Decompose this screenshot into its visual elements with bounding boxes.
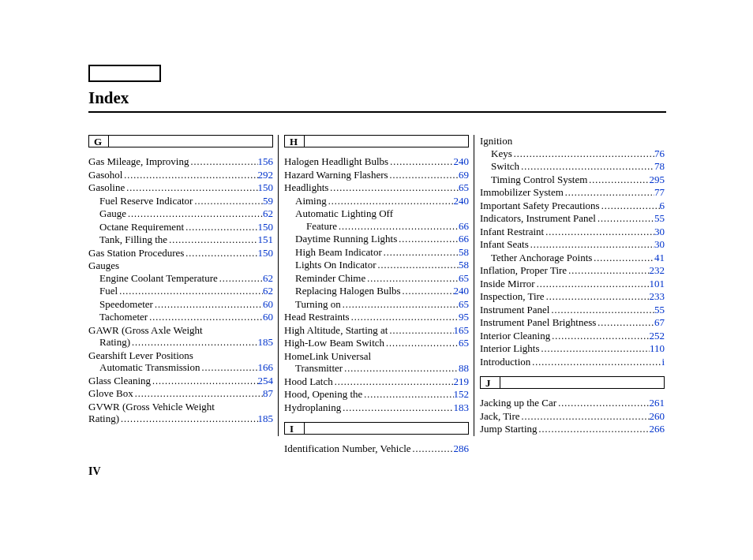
page-number-footer: IV bbox=[88, 465, 101, 478]
page-link[interactable]: 30 bbox=[654, 238, 665, 251]
page-link[interactable]: 232 bbox=[650, 264, 665, 277]
page-link[interactable]: 156 bbox=[258, 155, 274, 168]
page-link[interactable]: 295 bbox=[650, 174, 665, 186]
page-link[interactable]: 185 bbox=[258, 336, 274, 349]
index-entry: Interior Cleaning252 bbox=[480, 330, 665, 343]
leader-dots bbox=[382, 247, 459, 259]
page-link[interactable]: 252 bbox=[650, 330, 665, 342]
page-link[interactable]: 76 bbox=[654, 147, 665, 160]
index-entry-label: High-Low Beam Switch bbox=[284, 337, 384, 349]
page-link[interactable]: 60 bbox=[263, 311, 273, 323]
index-entry: Switch78 bbox=[480, 160, 665, 174]
index-entry: Gasohol292 bbox=[88, 169, 273, 182]
page-link[interactable]: 185 bbox=[258, 413, 274, 425]
page-link[interactable]: 292 bbox=[258, 169, 274, 181]
leader-dots bbox=[539, 343, 650, 356]
leader-dots bbox=[535, 278, 650, 291]
page-link[interactable]: 150 bbox=[258, 221, 274, 233]
index-entry-label: Infant Restraint bbox=[480, 226, 544, 238]
index-entry-label: Glove Box bbox=[88, 387, 133, 400]
page-link[interactable]: 66 bbox=[459, 233, 469, 245]
page-link[interactable]: 59 bbox=[263, 195, 273, 207]
index-entry: Rating)185 bbox=[88, 336, 273, 349]
leader-dots bbox=[200, 362, 258, 375]
page-link[interactable]: 30 bbox=[654, 226, 665, 238]
page-link[interactable]: 60 bbox=[263, 298, 273, 311]
page-link[interactable]: 150 bbox=[258, 181, 274, 194]
index-entry: Jacking up the Car261 bbox=[480, 397, 665, 410]
index-entry: Octane Requirement150 bbox=[88, 221, 273, 234]
leader-dots bbox=[133, 388, 263, 401]
page-link[interactable]: 165 bbox=[454, 324, 470, 337]
page-content: Index GGas Mileage, Improving156Gasohol2… bbox=[88, 65, 666, 456]
page-link[interactable]: 233 bbox=[650, 290, 665, 303]
index-entry: Fuel Reserve Indicator59 bbox=[88, 195, 273, 208]
leader-dots bbox=[587, 174, 649, 187]
page-link[interactable]: 240 bbox=[454, 195, 470, 207]
index-entry-label: Reminder Chime bbox=[295, 272, 365, 285]
page-title: Index bbox=[88, 88, 666, 108]
page-link[interactable]: 65 bbox=[459, 337, 469, 349]
page-link[interactable]: 95 bbox=[459, 311, 469, 323]
page-link[interactable]: i bbox=[661, 356, 665, 368]
index-entry-label: Daytime Running Lights bbox=[295, 233, 397, 245]
page-link[interactable]: 240 bbox=[454, 155, 470, 168]
page-link[interactable]: 150 bbox=[258, 247, 274, 259]
letter-heading-j: J bbox=[480, 376, 665, 389]
leader-dots bbox=[328, 182, 459, 195]
leader-dots bbox=[550, 330, 649, 343]
page-link[interactable]: 261 bbox=[650, 397, 665, 409]
index-entry-label: Timing Control System bbox=[491, 174, 587, 186]
leader-dots bbox=[388, 170, 459, 182]
index-entry: Head Restraints95 bbox=[284, 311, 469, 324]
index-entry-label: Automatic Transmission bbox=[99, 361, 200, 374]
page-link[interactable]: 62 bbox=[263, 272, 273, 285]
page-link[interactable]: 65 bbox=[459, 181, 469, 194]
index-entry-label: Turning on bbox=[295, 298, 341, 311]
index-entry-label: Gauge bbox=[99, 207, 126, 220]
page-link[interactable]: 152 bbox=[454, 388, 470, 401]
page-link[interactable]: 101 bbox=[650, 278, 665, 290]
page-link[interactable]: 67 bbox=[654, 316, 665, 329]
leader-dots bbox=[118, 286, 263, 298]
page-link[interactable]: 260 bbox=[650, 410, 665, 423]
page-link[interactable]: 88 bbox=[459, 362, 469, 375]
page-link[interactable]: 58 bbox=[459, 246, 469, 259]
page-link[interactable]: 55 bbox=[654, 212, 665, 225]
page-link[interactable]: 78 bbox=[654, 160, 665, 173]
page-link[interactable]: 62 bbox=[263, 207, 273, 220]
index-entry-label: Hood, Opening the bbox=[284, 388, 362, 401]
index-entry-label: High Beam Indicator bbox=[295, 246, 382, 259]
page-link[interactable]: 58 bbox=[459, 259, 469, 271]
index-entry-label: Switch bbox=[491, 160, 519, 173]
index-entry-label: GVWR (Gross Vehicle Weight bbox=[88, 401, 215, 413]
leader-dots bbox=[218, 273, 263, 286]
page-link[interactable]: 151 bbox=[258, 233, 274, 246]
page-link[interactable]: 41 bbox=[654, 252, 665, 264]
page-link[interactable]: 62 bbox=[263, 285, 273, 297]
page-link[interactable]: 183 bbox=[454, 401, 470, 414]
page-link[interactable]: 254 bbox=[258, 375, 274, 387]
page-link[interactable]: 110 bbox=[650, 342, 665, 355]
page-link[interactable]: 55 bbox=[654, 304, 665, 316]
leader-dots bbox=[337, 221, 459, 233]
page-link[interactable]: 286 bbox=[454, 442, 470, 455]
page-link[interactable]: 77 bbox=[654, 186, 665, 199]
page-link[interactable]: 87 bbox=[263, 387, 273, 400]
page-link[interactable]: 66 bbox=[459, 220, 469, 233]
page-link[interactable]: 6 bbox=[660, 200, 665, 212]
page-link[interactable]: 240 bbox=[454, 285, 470, 297]
leader-dots bbox=[153, 299, 263, 312]
page-link[interactable]: 65 bbox=[459, 272, 469, 285]
leader-dots bbox=[544, 226, 654, 239]
page-link[interactable]: 219 bbox=[454, 375, 470, 388]
leader-dots bbox=[564, 187, 654, 200]
page-link[interactable]: 166 bbox=[258, 361, 274, 374]
page-link[interactable]: 65 bbox=[459, 298, 469, 311]
page-link[interactable]: 266 bbox=[650, 423, 665, 435]
index-entry: Transmitter88 bbox=[284, 362, 469, 375]
index-entry-label: Rating) bbox=[88, 413, 119, 425]
index-entry-label: Immobilizer System bbox=[480, 186, 564, 199]
page-link[interactable]: 69 bbox=[459, 169, 469, 181]
index-entry: Jack, Tire260 bbox=[480, 410, 665, 424]
